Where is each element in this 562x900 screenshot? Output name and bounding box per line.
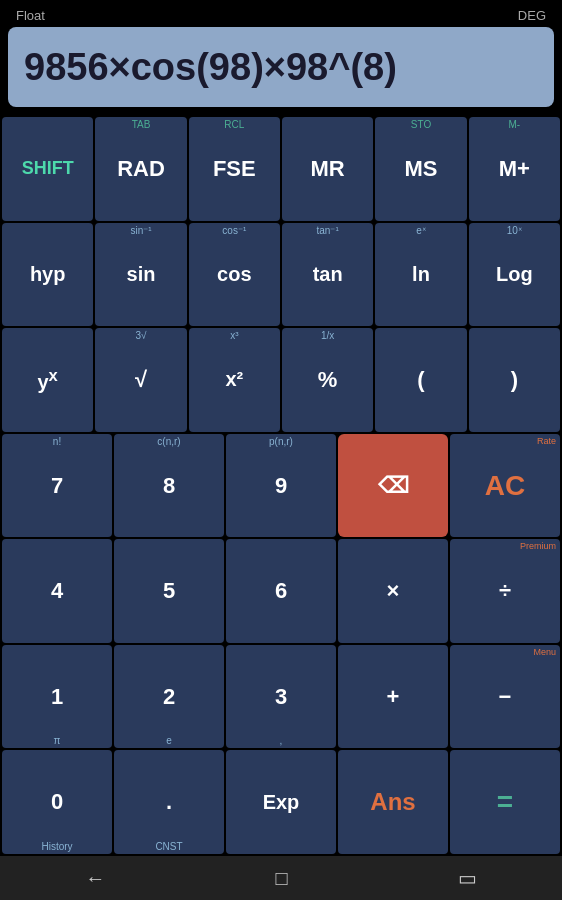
ms-label: MS	[404, 156, 437, 182]
ln-button[interactable]: eˣ ln	[375, 223, 466, 327]
display-screen: 9856×cos(98)×98^(8)	[8, 27, 554, 107]
dot-label: .	[166, 789, 172, 815]
pct-button[interactable]: 1/x %	[282, 328, 373, 432]
ans-button[interactable]: Ans	[338, 750, 448, 854]
tan-button[interactable]: tan⁻¹ tan	[282, 223, 373, 327]
equals-label: =	[497, 786, 513, 818]
9-label: 9	[275, 473, 287, 499]
4-label: 4	[51, 578, 63, 604]
mplus-button[interactable]: M- M+	[469, 117, 560, 221]
button-row-3: yx 3√ √ x³ x² 1/x % ( )	[2, 328, 560, 432]
history-sublabel: History	[2, 841, 112, 852]
7-label: 7	[51, 473, 63, 499]
tab-sublabel: TAB	[95, 119, 186, 130]
button-row-2: hyp sin⁻¹ sin cos⁻¹ cos tan⁻¹ tan eˣ ln …	[2, 223, 560, 327]
nfact-sublabel: n!	[2, 436, 112, 447]
6-button[interactable]: 6	[226, 539, 336, 643]
log-button[interactable]: 10ˣ Log	[469, 223, 560, 327]
lparen-label: (	[417, 367, 424, 393]
rad-button[interactable]: TAB RAD	[95, 117, 186, 221]
backspace-icon: ⌫	[378, 473, 409, 499]
ex-sublabel: eˣ	[375, 225, 466, 236]
rad-label: RAD	[117, 156, 165, 182]
x2-button[interactable]: x³ x²	[189, 328, 280, 432]
sin-button[interactable]: sin⁻¹ sin	[95, 223, 186, 327]
3-label: 3	[275, 684, 287, 710]
ln-label: ln	[412, 263, 430, 286]
sin-inv-sublabel: sin⁻¹	[95, 225, 186, 236]
rate-label: Rate	[537, 436, 556, 446]
fse-button[interactable]: RCL FSE	[189, 117, 280, 221]
x3-sublabel: x³	[189, 330, 280, 341]
comma-sublabel: ,	[226, 735, 336, 746]
cos-label: cos	[217, 263, 251, 286]
ms-button[interactable]: STO MS	[375, 117, 466, 221]
pct-label: %	[318, 367, 338, 393]
cbrt-sublabel: 3√	[95, 330, 186, 341]
mplus-label: M+	[499, 156, 530, 182]
button-row-1: SHIFT TAB RAD RCL FSE MR STO MS M- M+	[2, 117, 560, 221]
0-button[interactable]: History 0	[2, 750, 112, 854]
tan-label: tan	[313, 263, 343, 286]
equals-button[interactable]: =	[450, 750, 560, 854]
pnr-sublabel: p(n,r)	[226, 436, 336, 447]
mr-button[interactable]: MR	[282, 117, 373, 221]
shift-button[interactable]: SHIFT	[2, 117, 93, 221]
6-label: 6	[275, 578, 287, 604]
cnr-sublabel: c(n,r)	[114, 436, 224, 447]
sto-sublabel: STO	[375, 119, 466, 130]
backspace-button[interactable]: ⌫	[338, 434, 448, 538]
3-button[interactable]: , 3	[226, 645, 336, 749]
2-button[interactable]: e 2	[114, 645, 224, 749]
sqrt-button[interactable]: 3√ √	[95, 328, 186, 432]
plus-label: +	[387, 684, 400, 710]
home-nav-icon[interactable]: □	[275, 867, 287, 890]
5-label: 5	[163, 578, 175, 604]
cos-button[interactable]: cos⁻¹ cos	[189, 223, 280, 327]
button-row-5: 4 5 6 × Premium ÷	[2, 539, 560, 643]
multiply-label: ×	[387, 578, 400, 604]
button-row-6: π 1 e 2 , 3 + Menu −	[2, 645, 560, 749]
9-button[interactable]: p(n,r) 9	[226, 434, 336, 538]
tan-inv-sublabel: tan⁻¹	[282, 225, 373, 236]
minus-button[interactable]: Menu −	[450, 645, 560, 749]
plus-button[interactable]: +	[338, 645, 448, 749]
cos-inv-sublabel: cos⁻¹	[189, 225, 280, 236]
1-label: 1	[51, 684, 63, 710]
lparen-button[interactable]: (	[375, 328, 466, 432]
dot-button[interactable]: CNST .	[114, 750, 224, 854]
sqrt-label: √	[135, 367, 147, 393]
rparen-button[interactable]: )	[469, 328, 560, 432]
log-label: Log	[496, 263, 533, 286]
premium-label: Premium	[520, 541, 556, 551]
4-button[interactable]: 4	[2, 539, 112, 643]
display-area: Float DEG 9856×cos(98)×98^(8)	[0, 0, 562, 115]
e-sublabel: e	[114, 735, 224, 746]
recent-nav-icon[interactable]: ▭	[458, 866, 477, 890]
hyp-button[interactable]: hyp	[2, 223, 93, 327]
5-button[interactable]: 5	[114, 539, 224, 643]
display-expression: 9856×cos(98)×98^(8)	[24, 46, 397, 89]
hyp-label: hyp	[30, 263, 66, 286]
rparen-label: )	[511, 367, 518, 393]
ac-button[interactable]: Rate AC	[450, 434, 560, 538]
2-label: 2	[163, 684, 175, 710]
cnst-sublabel: CNST	[114, 841, 224, 852]
8-button[interactable]: c(n,r) 8	[114, 434, 224, 538]
inv-sublabel: 1/x	[282, 330, 373, 341]
rcl-sublabel: RCL	[189, 119, 280, 130]
7-button[interactable]: n! 7	[2, 434, 112, 538]
exp-button[interactable]: Exp	[226, 750, 336, 854]
exp-label: Exp	[263, 791, 300, 814]
multiply-button[interactable]: ×	[338, 539, 448, 643]
mminus-sublabel: M-	[469, 119, 560, 130]
sin-label: sin	[127, 263, 156, 286]
divide-button[interactable]: Premium ÷	[450, 539, 560, 643]
menu-label: Menu	[533, 647, 556, 657]
1-button[interactable]: π 1	[2, 645, 112, 749]
button-grid: SHIFT TAB RAD RCL FSE MR STO MS M- M+	[0, 115, 562, 856]
ac-label: AC	[485, 470, 525, 502]
back-nav-icon[interactable]: ←	[85, 867, 105, 890]
deg-label: DEG	[518, 8, 546, 23]
yx-button[interactable]: yx	[2, 328, 93, 432]
